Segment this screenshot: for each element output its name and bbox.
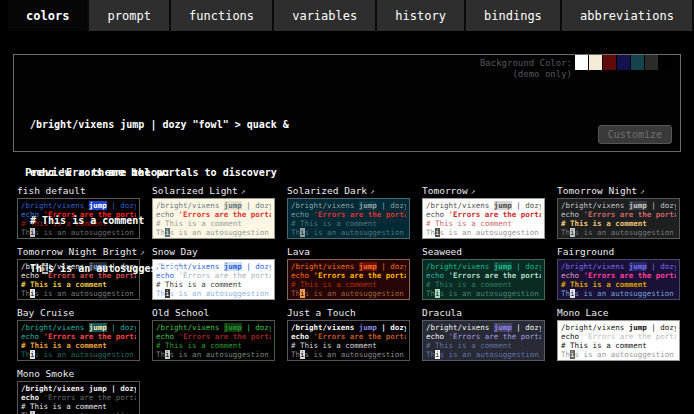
- mini-line-autosuggestion: This is an autosuggestion: [426, 289, 541, 298]
- theme-title: Mono Smoke: [17, 368, 140, 379]
- mini-line-echo: echo 'Errors are the portals: [291, 210, 406, 219]
- mini-line-comment: # This is a comment: [426, 341, 541, 350]
- mini-line-echo: echo 'Errors are the portals: [291, 332, 406, 341]
- theme-mini-preview: /bright/vixens jump | dozy "echo 'Errors…: [17, 320, 140, 361]
- bg-swatch-4[interactable]: [631, 55, 644, 70]
- theme-card-solarized-dark[interactable]: Solarized Dark↗/bright/vixens jump | doz…: [287, 185, 410, 239]
- theme-title: Lava: [287, 246, 410, 257]
- theme-title: Mono Lace: [557, 307, 680, 318]
- bg-swatch-2[interactable]: [603, 55, 616, 70]
- external-link-icon: ↗: [471, 187, 476, 196]
- mini-line-command: /bright/vixens jump | dozy ": [426, 262, 541, 271]
- tab-bindings[interactable]: bindings: [466, 0, 562, 31]
- theme-mini-preview: /bright/vixens jump | dozy "echo 'Errors…: [152, 320, 275, 361]
- mini-line-echo: echo 'Errors are the portals: [426, 332, 541, 341]
- mini-line-echo: echo 'Errors are the portals: [291, 271, 406, 280]
- theme-mini-preview: /bright/vixens jump | dozy "echo 'Errors…: [422, 259, 545, 300]
- theme-title: Dracula: [422, 307, 545, 318]
- mini-line-autosuggestion: This is an autosuggestion: [291, 228, 406, 237]
- mini-line-comment: # This is a comment: [291, 341, 406, 350]
- mini-line-echo: echo 'Errors are the portals: [21, 393, 136, 402]
- mini-line-echo: echo 'Errors are the portals: [426, 210, 541, 219]
- theme-mini-preview: /bright/vixens jump | dozy "echo 'Errors…: [17, 381, 140, 414]
- mini-line-autosuggestion: This is an autosuggestion: [426, 350, 541, 359]
- bg-swatch-6[interactable]: [659, 55, 672, 70]
- theme-title: Just a Touch: [287, 307, 410, 318]
- mini-line-comment: # This is a comment: [426, 219, 541, 228]
- tab-functions[interactable]: functions: [171, 0, 274, 31]
- mini-line-comment: # This is a comment: [156, 341, 271, 350]
- mini-line-echo: echo 'Errors are the portals: [561, 332, 676, 341]
- background-swatch-row: [574, 55, 672, 70]
- theme-mini-preview: /bright/vixens jump | dozy "echo 'Errors…: [557, 198, 680, 239]
- theme-mini-preview: /bright/vixens jump | dozy "echo 'Errors…: [287, 320, 410, 361]
- mini-line-command: /bright/vixens jump | dozy ": [561, 201, 676, 210]
- mini-line-comment: # This is a comment: [561, 280, 676, 289]
- theme-mini-preview: /bright/vixens jump | dozy "echo 'Errors…: [557, 259, 680, 300]
- theme-title: Solarized Dark↗: [287, 185, 410, 196]
- theme-title: Seaweed: [422, 246, 545, 257]
- mini-line-autosuggestion: This is an autosuggestion: [156, 350, 271, 359]
- mini-line-command: /bright/vixens jump | dozy ": [561, 262, 676, 271]
- mini-line-command: /bright/vixens jump | dozy ": [291, 201, 406, 210]
- mini-line-autosuggestion: This is an autosuggestion: [561, 228, 676, 237]
- mini-line-autosuggestion: This is an autosuggestion: [561, 350, 676, 359]
- theme-card-just-a-touch[interactable]: Just a Touch/bright/vixens jump | dozy "…: [287, 307, 410, 361]
- tab-history[interactable]: history: [377, 0, 466, 31]
- mini-line-command: /bright/vixens jump | dozy ": [291, 323, 406, 332]
- theme-mini-preview: /bright/vixens jump | dozy "echo 'Errors…: [422, 198, 545, 239]
- theme-mini-preview: /bright/vixens jump | dozy "echo 'Errors…: [557, 320, 680, 361]
- terminal-line-comment: # This is a comment: [30, 213, 289, 229]
- mini-line-comment: # This is a comment: [561, 219, 676, 228]
- mini-line-comment: # This is a comment: [21, 341, 136, 350]
- tab-variables[interactable]: variables: [274, 0, 377, 31]
- mini-line-echo: echo 'Errors are the portals: [561, 271, 676, 280]
- mini-line-comment: # This is a comment: [291, 280, 406, 289]
- theme-card-lava[interactable]: Lava/bright/vixens jump | dozy "echo 'Er…: [287, 246, 410, 300]
- theme-card-bay-cruise[interactable]: Bay Cruise/bright/vixens jump | dozy "ec…: [17, 307, 140, 361]
- mini-line-command: /bright/vixens jump | dozy ": [21, 384, 136, 393]
- terminal-line-autosuggestion: This is an autosuggestion: [30, 261, 289, 277]
- mini-line-comment: # This is a comment: [21, 402, 136, 411]
- demo-only-label: (demo only): [480, 69, 572, 80]
- tab-colors[interactable]: colors: [8, 0, 89, 31]
- tab-bar: colorspromptfunctionsvariableshistorybin…: [0, 0, 694, 31]
- mini-line-autosuggestion: This is an autosuggestion: [426, 228, 541, 237]
- theme-title: Tomorrow↗: [422, 185, 545, 196]
- theme-card-mono-lace[interactable]: Mono Lace/bright/vixens jump | dozy "ech…: [557, 307, 680, 361]
- mini-line-autosuggestion: This is an autosuggestion: [291, 289, 406, 298]
- theme-card-tomorrow-night[interactable]: Tomorrow Night↗/bright/vixens jump | doz…: [557, 185, 680, 239]
- bg-swatch-5[interactable]: [645, 55, 658, 70]
- mini-line-comment: # This is a comment: [426, 280, 541, 289]
- theme-card-seaweed[interactable]: Seaweed/bright/vixens jump | dozy "echo …: [422, 246, 545, 300]
- mini-line-comment: # This is a comment: [561, 341, 676, 350]
- mini-line-autosuggestion: This is an autosuggestion: [561, 289, 676, 298]
- bg-swatch-1[interactable]: [589, 55, 602, 70]
- mini-line-echo: echo 'Errors are the portals: [426, 271, 541, 280]
- mini-line-command: /bright/vixens jump | dozy ": [291, 262, 406, 271]
- theme-card-old-school[interactable]: Old School/bright/vixens jump | dozy "ec…: [152, 307, 275, 361]
- theme-mini-preview: /bright/vixens jump | dozy "echo 'Errors…: [287, 259, 410, 300]
- theme-title: Tomorrow Night↗: [557, 185, 680, 196]
- theme-mini-preview: /bright/vixens jump | dozy "echo 'Errors…: [422, 320, 545, 361]
- external-link-icon: ↗: [640, 187, 645, 196]
- customize-button[interactable]: Customize: [598, 125, 672, 144]
- bg-swatch-3[interactable]: [617, 55, 630, 70]
- theme-card-mono-smoke[interactable]: Mono Smoke/bright/vixens jump | dozy "ec…: [17, 368, 140, 414]
- mini-line-command: /bright/vixens jump | dozy ": [426, 201, 541, 210]
- mini-line-echo: echo 'Errors are the portals: [561, 210, 676, 219]
- background-color-label: Background Color: (demo only): [480, 58, 572, 80]
- theme-card-tomorrow[interactable]: Tomorrow↗/bright/vixens jump | dozy "ech…: [422, 185, 545, 239]
- mini-line-command: /bright/vixens jump | dozy ": [426, 323, 541, 332]
- terminal-line-echo: echo 'Errors are the portals to discover…: [30, 165, 289, 181]
- terminal-line-command: /bright/vixens jump | dozy "fowl" > quac…: [30, 117, 289, 133]
- theme-card-fairground[interactable]: Fairground/bright/vixens jump | dozy "ec…: [557, 246, 680, 300]
- bg-swatch-0[interactable]: [575, 55, 588, 70]
- mini-line-autosuggestion: This is an autosuggestion: [21, 350, 136, 359]
- theme-title: Fairground: [557, 246, 680, 257]
- tab-abbreviations[interactable]: abbreviations: [562, 0, 694, 31]
- external-link-icon: ↗: [370, 187, 375, 196]
- theme-card-dracula[interactable]: Dracula/bright/vixens jump | dozy "echo …: [422, 307, 545, 361]
- mini-line-comment: # This is a comment: [291, 219, 406, 228]
- tab-prompt[interactable]: prompt: [89, 0, 170, 31]
